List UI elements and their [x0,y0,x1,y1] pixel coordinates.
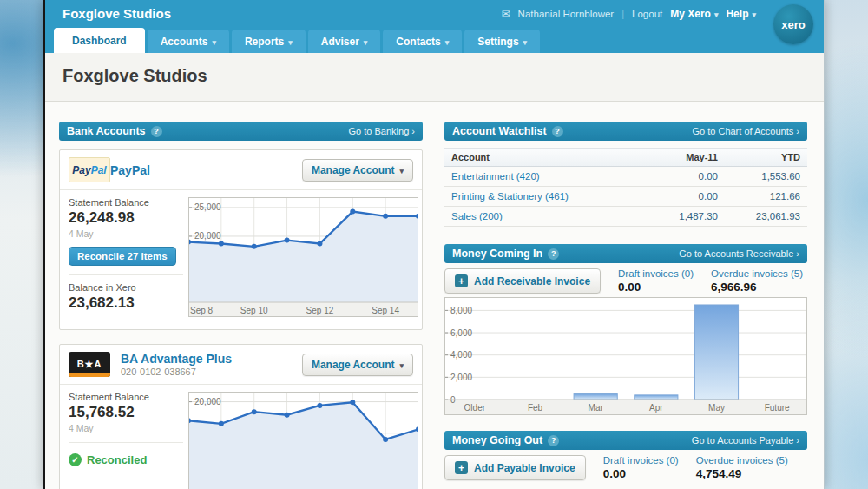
paypal-balance-chart: 10,00015,00020,00025,000Sep 8Sep 10Sep 1… [188,197,418,320]
tab-reports[interactable]: Reports [232,30,306,53]
right-column: Account Watchlist Go to Chart of Account… [444,122,807,480]
ba-card-body: Statement Balance 15,768.52 4 May Reconc… [60,385,422,489]
reconciled-label: Reconciled [87,453,147,466]
xero-logo[interactable]: xero [773,4,813,44]
svg-text:Older: Older [464,403,486,413]
help-question-icon[interactable] [548,248,559,260]
page-header: Foxglove Studios [45,53,824,102]
go-to-accounts-payable-link[interactable]: Go to Accounts Payable › [692,435,799,446]
go-to-chart-of-accounts-link[interactable]: Go to Chart of Accounts › [692,126,799,136]
svg-text:20,000: 20,000 [194,231,221,241]
tab-label: Dashboard [72,35,127,47]
chevron-down-icon [714,8,719,20]
tab-adviser[interactable]: Adviser [308,30,381,53]
bar-chart: 02,0004,0006,0008,000OlderFebMarAprMayFu… [444,297,807,415]
plus-icon [455,274,468,287]
add-payable-invoice-label: Add Payable Invoice [474,462,575,474]
paypal-logo: PayPal [69,157,110,182]
my-xero-menu[interactable]: My Xero [670,8,718,20]
table-row: Entertainment (420) 0.00 1,553.60 [444,167,807,187]
paypal-logo-pal: Pal [91,164,107,176]
period-value: 0.00 [635,191,718,202]
svg-text:25,000: 25,000 [194,202,221,212]
draft-invoices: Draft invoices (0) 0.00 [618,268,694,294]
account-link[interactable]: Printing & Stationery (461) [451,191,635,202]
ba-account-card: B★A BA Advantage Plus 020-0102-038667 Ma… [59,344,423,489]
watchlist-table-header: Account May-11 YTD [444,148,807,167]
ytd-value: 23,061.93 [718,211,800,221]
line-chart: 5,00010,00015,00020,000Sep 8Sep 10Sep 12… [188,392,418,489]
svg-text:Sep 12: Sep 12 [306,306,334,315]
ba-account-link[interactable]: BA Advantage Plus [121,352,232,366]
go-to-accounts-receivable-link[interactable]: Go to Accounts Receivable › [679,248,799,259]
envelope-icon[interactable]: ✉ [502,8,510,20]
column-account: Account [451,152,635,162]
overdue-invoices: Overdue invoices (5) 4,754.49 [696,455,788,480]
add-payable-invoice-button[interactable]: Add Payable Invoice [444,455,586,480]
statement-date: 4 May [69,423,183,433]
paypal-account-link[interactable]: PayPal [110,163,150,177]
ytd-value: 1,553.60 [718,171,800,182]
draft-invoices-link[interactable]: Draft invoices (0) [618,268,694,279]
help-label: Help [726,8,748,20]
xero-app-window: Foxglove Studios ✉ Nathanial Hornblower … [43,0,825,489]
help-question-icon[interactable] [151,126,162,137]
logout-link[interactable]: Logout [632,9,662,19]
manage-account-button[interactable]: Manage Account [302,159,413,182]
tab-settings[interactable]: Settings [464,30,540,53]
money-out-summary: Add Payable Invoice Draft invoices (0) 0… [444,455,807,480]
bank-accounts-column: Bank Accounts Go to Banking › PayPal Pay… [59,122,423,489]
add-receivable-invoice-button[interactable]: Add Receivable Invoice [444,268,601,294]
tab-dashboard[interactable]: Dashboard [54,28,145,53]
panel-title: Account Watchlist [452,125,547,137]
page-title: Foxglove Studios [62,66,824,86]
reconciled-status: Reconciled [69,453,183,466]
line-chart: 10,00015,00020,00025,000Sep 8Sep 10Sep 1… [188,197,418,317]
paypal-card-body: Statement Balance 26,248.98 4 May Reconc… [60,190,422,329]
reconcile-items-button[interactable]: Reconcile 27 items [69,247,176,266]
ba-balance-chart: 5,00010,00015,00020,000Sep 8Sep 10Sep 12… [188,392,418,489]
table-row: Printing & Stationery (461) 0.00 121.66 [444,187,807,207]
my-xero-label: My Xero [670,8,711,20]
help-menu[interactable]: Help [726,8,756,20]
overdue-invoices-link[interactable]: Overdue invoices (5) [711,268,803,279]
chevron-down-icon [212,36,216,48]
tab-accounts[interactable]: Accounts [148,30,229,53]
money-going-out-header: Money Going Out Go to Accounts Payable › [444,431,807,450]
svg-text:Sep 14: Sep 14 [372,306,399,315]
svg-text:Sep 8: Sep 8 [190,306,214,315]
help-question-icon[interactable] [548,435,559,446]
svg-text:Mar: Mar [589,403,604,413]
money-in-chart: 02,0004,0006,0008,000OlderFebMarAprMayFu… [444,297,807,419]
svg-text:8,000: 8,000 [450,306,472,315]
statement-date: 4 May [69,228,183,239]
divider [69,274,183,275]
manage-account-label: Manage Account [312,164,395,176]
tab-contacts[interactable]: Contacts [383,30,462,53]
period-value: 1,487.30 [635,211,718,221]
chevron-down-icon [364,36,368,48]
paypal-stats: Statement Balance 26,248.98 4 May Reconc… [69,197,188,320]
ytd-value: 121.66 [718,191,800,202]
go-to-banking-link[interactable]: Go to Banking › [349,126,415,136]
balance-in-xero-value: 23,682.13 [69,294,183,312]
account-link[interactable]: Sales (200) [451,211,635,221]
chevron-down-icon [399,164,404,176]
help-question-icon[interactable] [552,126,563,137]
plus-icon [455,461,468,474]
overdue-invoices-total: 4,754.49 [696,467,788,480]
chevron-down-icon [445,36,450,48]
manage-account-button[interactable]: Manage Account [302,354,413,376]
draft-invoices-link[interactable]: Draft invoices (0) [603,455,679,466]
balance-in-xero-label: Balance in Xero [69,282,183,293]
panel-title: Money Coming In [452,248,542,260]
account-link[interactable]: Entertainment (420) [451,171,635,182]
overdue-invoices-link[interactable]: Overdue invoices (5) [696,455,788,466]
top-bar-right: ✉ Nathanial Hornblower | Logout My Xero … [502,0,756,27]
tab-label: Contacts [396,36,440,48]
tab-label: Reports [245,36,284,48]
bank-accounts-header: Bank Accounts Go to Banking › [59,122,423,141]
overdue-invoices-total: 6,966.96 [711,281,803,294]
svg-text:Sep 10: Sep 10 [240,306,268,315]
user-name-link[interactable]: Nathanial Hornblower [518,9,615,19]
